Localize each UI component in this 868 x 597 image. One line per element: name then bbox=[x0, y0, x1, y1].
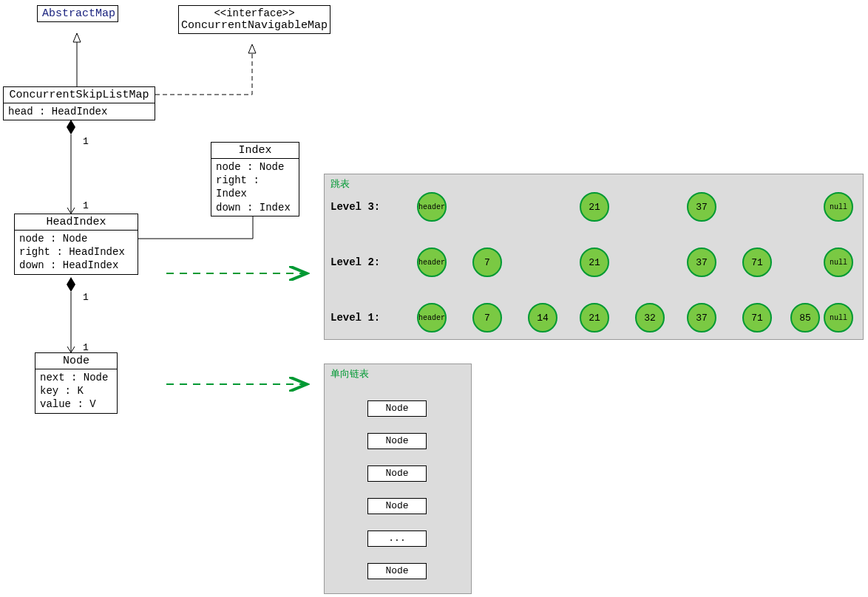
class-concurrent-skip-list-map: ConcurrentSkipListMap head : HeadIndex bbox=[3, 86, 155, 120]
field: right : HeadIndex bbox=[19, 245, 133, 259]
ll-node-4: Node bbox=[367, 498, 427, 514]
field: down : HeadIndex bbox=[19, 259, 133, 272]
sl-node-21-l1: 21 bbox=[580, 303, 609, 332]
sl-node-21-l3: 21 bbox=[580, 192, 609, 222]
level-label-2: Level 2: bbox=[330, 256, 380, 268]
sl-node-71-l2: 71 bbox=[742, 248, 772, 277]
field: right : Index bbox=[216, 174, 294, 200]
ll-node-ellipsis: ... bbox=[367, 531, 427, 547]
ll-node-1: Node bbox=[367, 400, 427, 417]
panel-title: 跳表 bbox=[330, 177, 350, 191]
class-title: ConcurrentSkipListMap bbox=[4, 87, 155, 103]
sl-node-21-l2: 21 bbox=[580, 248, 609, 277]
svg-text:1: 1 bbox=[83, 342, 89, 353]
class-title: ConcurrentNavigableMap bbox=[179, 19, 330, 33]
panel-title: 单向链表 bbox=[330, 367, 369, 381]
field: next : Node bbox=[40, 371, 112, 384]
ll-node-3: Node bbox=[367, 465, 427, 482]
class-fields: node : Node right : Index down : Index bbox=[211, 159, 299, 216]
level-label-1: Level 1: bbox=[330, 312, 380, 324]
class-abstract-map: AbstractMap bbox=[37, 5, 118, 22]
sl-node-85-l1: 85 bbox=[790, 303, 820, 332]
field: node : Node bbox=[19, 232, 133, 245]
sl-null-l2: null bbox=[824, 248, 853, 277]
class-title: Index bbox=[211, 143, 299, 159]
sl-node-7-l1: 7 bbox=[472, 303, 502, 332]
svg-text:1: 1 bbox=[83, 136, 89, 147]
sl-header-l3: header bbox=[417, 192, 447, 222]
sl-node-37-l1: 37 bbox=[687, 303, 716, 332]
sl-node-37-l3: 37 bbox=[687, 192, 716, 222]
field: key : K bbox=[40, 384, 112, 398]
sl-node-7-l2: 7 bbox=[472, 248, 502, 277]
class-node: Node next : Node key : K value : V bbox=[35, 352, 118, 414]
sl-header-l2: header bbox=[417, 248, 447, 277]
field: down : Index bbox=[216, 201, 294, 214]
class-title: Node bbox=[35, 353, 117, 369]
class-head-index: HeadIndex node : Node right : HeadIndex … bbox=[14, 214, 138, 275]
class-title: HeadIndex bbox=[15, 214, 138, 231]
ll-node-5: Node bbox=[367, 563, 427, 579]
class-fields: next : Node key : K value : V bbox=[35, 369, 117, 413]
class-fields: head : HeadIndex bbox=[4, 103, 155, 120]
field: node : Node bbox=[216, 160, 294, 174]
sl-null-l3: null bbox=[824, 192, 853, 222]
level-label-3: Level 3: bbox=[330, 201, 380, 213]
class-fields: node : Node right : HeadIndex down : Hea… bbox=[15, 231, 138, 274]
sl-node-37-l2: 37 bbox=[687, 248, 716, 277]
class-index: Index node : Node right : Index down : I… bbox=[211, 142, 299, 216]
sl-null-l1: null bbox=[824, 303, 853, 332]
svg-text:1: 1 bbox=[83, 200, 89, 211]
field: value : V bbox=[40, 398, 112, 411]
sl-header-l1: header bbox=[417, 303, 447, 332]
svg-text:1: 1 bbox=[83, 292, 89, 303]
class-title: AbstractMap bbox=[38, 6, 118, 21]
interface-concurrent-navigable-map: <<interface>> ConcurrentNavigableMap bbox=[178, 5, 330, 34]
sl-node-32-l1: 32 bbox=[635, 303, 665, 332]
sl-node-14-l1: 14 bbox=[528, 303, 557, 332]
stereotype: <<interface>> bbox=[179, 6, 330, 19]
ll-node-2: Node bbox=[367, 433, 427, 449]
sl-node-71-l1: 71 bbox=[742, 303, 772, 332]
